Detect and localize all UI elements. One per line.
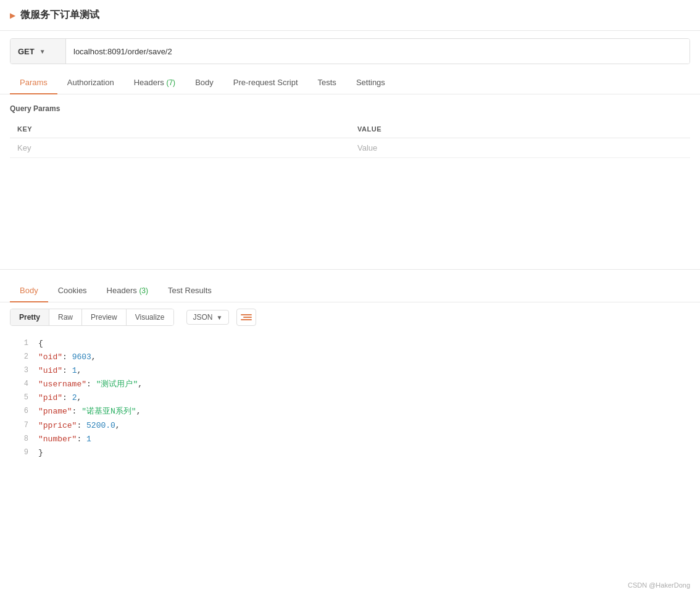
json-type-label: JSON (193, 313, 213, 322)
json-line: 9} (10, 446, 690, 460)
request-tabs: Params Authorization Headers (7) Body Pr… (0, 72, 700, 94)
response-tabs: Body Cookies Headers (3) Test Results (0, 280, 700, 302)
fmt-preview-button[interactable]: Preview (82, 309, 127, 325)
fmt-visualize-button[interactable]: Visualize (127, 309, 173, 325)
wrap-lines-icon (241, 314, 252, 320)
line-content: "number": 1 (38, 433, 690, 446)
fmt-raw-button[interactable]: Raw (49, 309, 82, 325)
line-number: 1 (10, 337, 28, 349)
line-number: 3 (10, 364, 28, 377)
tab-prerequest[interactable]: Pre-request Script (223, 72, 308, 94)
tab-authorization[interactable]: Authorization (57, 72, 124, 94)
line-number: 2 (10, 351, 28, 363)
json-line: 3 "uid": 1, (10, 364, 690, 378)
response-tab-cookies[interactable]: Cookies (48, 280, 97, 302)
url-bar: GET ▼ (10, 38, 690, 64)
json-line: 8 "number": 1 (10, 433, 690, 446)
line-number: 7 (10, 419, 28, 431)
line-content: "pprice": 5200.0, (38, 419, 690, 433)
tab-headers[interactable]: Headers (7) (124, 72, 185, 94)
method-chevron-icon: ▼ (40, 48, 46, 55)
json-line: 4 "username": "测试用户", (10, 378, 690, 391)
query-params-title: Query Params (10, 104, 690, 113)
section-divider (0, 269, 700, 270)
wrap-button[interactable] (236, 309, 256, 326)
key-placeholder: Key (17, 143, 31, 152)
tab-tests[interactable]: Tests (308, 72, 346, 94)
line-content: } (38, 446, 690, 460)
value-column-header: VALUE (350, 120, 690, 138)
response-headers-badge: (3) (139, 286, 148, 295)
url-input[interactable] (66, 39, 690, 64)
page-title: 微服务下订单测试 (20, 9, 99, 22)
response-tab-testresults[interactable]: Test Results (158, 280, 222, 302)
query-params-section: Query Params KEY VALUE Key Value (0, 94, 700, 158)
value-placeholder: Value (357, 143, 377, 152)
tab-params[interactable]: Params (10, 72, 57, 94)
json-code-block: 1{2 "oid": 9603,3 "uid": 1,4 "username":… (0, 332, 700, 470)
line-number: 5 (10, 391, 28, 404)
expand-arrow-icon[interactable]: ▶ (10, 11, 15, 20)
line-number: 9 (10, 446, 28, 459)
json-line: 2 "oid": 9603, (10, 351, 690, 364)
line-content: "uid": 1, (38, 364, 690, 378)
json-line: 1{ (10, 337, 690, 351)
fmt-pretty-button[interactable]: Pretty (10, 309, 49, 325)
line-content: "oid": 9603, (38, 351, 690, 364)
format-button-group: Pretty Raw Preview Visualize (10, 309, 174, 326)
response-tab-body[interactable]: Body (10, 280, 48, 302)
json-line: 6 "pname": "诺基亚N系列", (10, 405, 690, 418)
line-number: 8 (10, 433, 28, 445)
method-label: GET (18, 47, 35, 56)
tab-body[interactable]: Body (185, 72, 223, 94)
line-content: "pid": 2, (38, 391, 690, 405)
params-table: KEY VALUE Key Value (10, 120, 690, 158)
table-row: Key Value (10, 138, 690, 158)
line-content: { (38, 337, 690, 351)
response-tab-headers[interactable]: Headers (3) (97, 280, 158, 302)
json-line: 7 "pprice": 5200.0, (10, 419, 690, 433)
line-content: "pname": "诺基亚N系列", (38, 405, 690, 418)
json-line: 5 "pid": 2, (10, 391, 690, 405)
spacer (0, 158, 700, 269)
tab-settings[interactable]: Settings (346, 72, 395, 94)
json-type-chevron-icon: ▼ (217, 314, 223, 321)
line-content: "username": "测试用户", (38, 378, 690, 391)
value-input-cell: Value (350, 138, 690, 158)
page-wrapper: ▶ 微服务下订单测试 GET ▼ Params Authorization He… (0, 0, 700, 595)
line-number: 4 (10, 378, 28, 390)
headers-badge: (7) (166, 78, 175, 87)
watermark: CSDN @HakerDong (628, 581, 690, 589)
format-toolbar: Pretty Raw Preview Visualize JSON ▼ (0, 302, 700, 332)
title-bar: ▶ 微服务下订单测试 (0, 0, 700, 31)
method-select[interactable]: GET ▼ (10, 39, 66, 64)
key-input-cell: Key (10, 138, 350, 158)
key-column-header: KEY (10, 120, 350, 138)
line-number: 6 (10, 405, 28, 417)
response-section: Body Cookies Headers (3) Test Results Pr… (0, 280, 700, 470)
json-type-select[interactable]: JSON ▼ (186, 310, 230, 325)
